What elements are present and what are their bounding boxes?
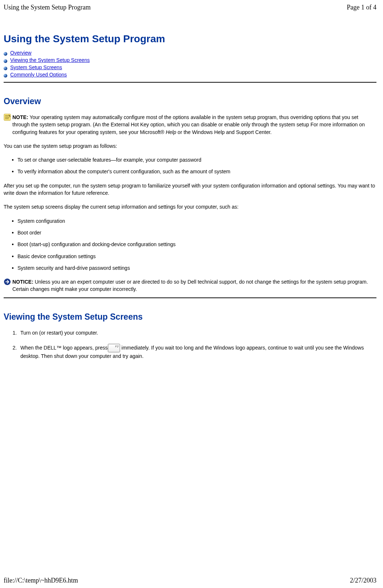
toc-link-options[interactable]: Commonly Used Options bbox=[10, 72, 67, 78]
list-item: Basic device configuration settings bbox=[4, 253, 376, 260]
steps-list: Turn on (or restart) your computer. When… bbox=[4, 329, 376, 360]
list-item: To verify information about the computer… bbox=[4, 168, 376, 175]
note-body-2: or the Windows Help and Support Center. bbox=[176, 129, 272, 135]
note-text: NOTE: Your operating system may automati… bbox=[12, 114, 376, 136]
notice-block: NOTICE: Unless you are an expert compute… bbox=[4, 278, 376, 293]
page: Using the System Setup Program Page 1 of… bbox=[0, 0, 383, 588]
screens-list: System configuration Boot order Boot (st… bbox=[4, 217, 376, 272]
footer-date: 2/27/2003 bbox=[350, 577, 376, 584]
page-header: Using the System Setup Program Page 1 of… bbox=[4, 4, 376, 11]
overview-para-2: After you set up the computer, run the s… bbox=[4, 182, 376, 197]
toc-bullet-icon bbox=[4, 73, 7, 76]
toc-link-overview[interactable]: Overview bbox=[10, 50, 31, 56]
toc-bullet-icon bbox=[4, 66, 7, 69]
step-item: Turn on (or restart) your computer. bbox=[18, 329, 376, 336]
list-item: Boot (start-up) configuration and dockin… bbox=[4, 241, 376, 248]
keycap-icon bbox=[108, 344, 120, 352]
notice-body: Unless you are an expert computer user o… bbox=[12, 279, 368, 292]
header-title: Using the System Setup Program bbox=[4, 4, 91, 11]
page-indicator: Page 1 of 4 bbox=[347, 4, 376, 11]
section-heading-overview: Overview bbox=[4, 96, 376, 106]
toc-link-screens[interactable]: System Setup Screens bbox=[10, 64, 62, 70]
note-italic: Help bbox=[166, 129, 176, 135]
toc-item: Overview bbox=[4, 50, 376, 56]
page-footer: file://C:\temp\~hhD9E6.htm 2/27/2003 bbox=[4, 577, 376, 584]
toc-item: System Setup Screens bbox=[4, 64, 376, 70]
notice-text: NOTICE: Unless you are an expert compute… bbox=[12, 278, 376, 293]
svg-point-3 bbox=[4, 74, 7, 78]
svg-point-2 bbox=[4, 67, 7, 70]
uses-list: To set or change user-selectable feature… bbox=[4, 156, 376, 175]
note-label: NOTE: bbox=[12, 114, 28, 120]
note-icon bbox=[4, 114, 11, 121]
svg-point-0 bbox=[4, 52, 7, 56]
list-item: To set or change user-selectable feature… bbox=[4, 156, 376, 163]
list-item: System security and hard-drive password … bbox=[4, 264, 376, 272]
divider bbox=[4, 82, 376, 83]
toc-bullet-icon bbox=[4, 51, 7, 55]
svg-point-1 bbox=[4, 59, 7, 63]
toc-item: Viewing the System Setup Screens bbox=[4, 57, 376, 63]
notice-label: NOTICE: bbox=[12, 279, 33, 285]
toc-link-viewing[interactable]: Viewing the System Setup Screens bbox=[10, 57, 90, 63]
list-item: Boot order bbox=[4, 229, 376, 236]
toc-bullet-icon bbox=[4, 58, 7, 62]
toc-item: Commonly Used Options bbox=[4, 72, 376, 78]
divider bbox=[4, 297, 376, 298]
overview-para-3: The system setup screens display the cur… bbox=[4, 203, 376, 210]
list-item: System configuration bbox=[4, 217, 376, 225]
table-of-contents: Overview Viewing the System Setup Screen… bbox=[4, 50, 376, 78]
step-text-a: When the DELL™ logo appears, press bbox=[20, 345, 108, 351]
note-block: NOTE: Your operating system may automati… bbox=[4, 114, 376, 136]
overview-para-1: You can use the system setup program as … bbox=[4, 142, 376, 150]
step-item: When the DELL™ logo appears, press immed… bbox=[18, 344, 376, 360]
page-title: Using the System Setup Program bbox=[4, 33, 376, 45]
footer-path: file://C:\temp\~hhD9E6.htm bbox=[4, 577, 78, 584]
notice-icon bbox=[4, 278, 11, 285]
section-heading-viewing: Viewing the System Setup Screens bbox=[4, 312, 376, 322]
